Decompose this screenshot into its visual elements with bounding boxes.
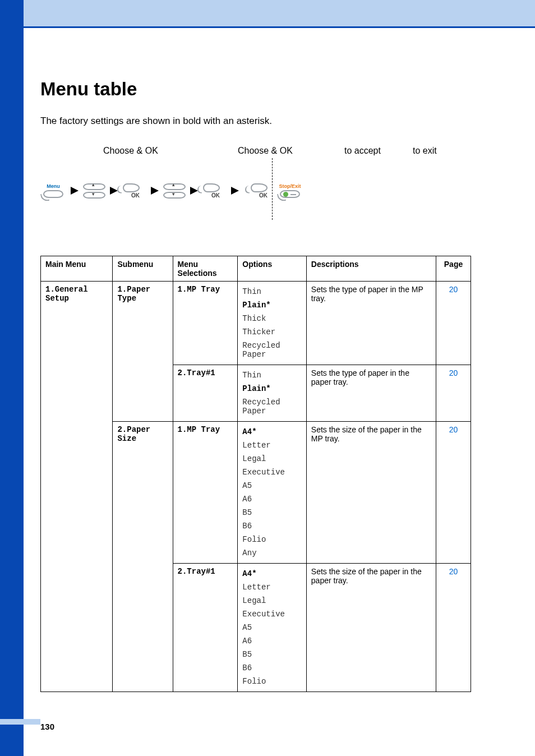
option-value: Recycled Paper <box>242 395 301 418</box>
option-value: A6 <box>242 634 301 648</box>
option-value: Recycled Paper <box>242 339 301 361</box>
updown-nav-icon <box>163 183 186 199</box>
option-value: A4* <box>242 567 301 580</box>
option-value: Thin <box>242 285 301 298</box>
option-value: Folio <box>242 533 301 546</box>
selection-cell: 2.Tray#1 <box>173 564 238 692</box>
option-value: Letter <box>242 439 301 452</box>
col-main-menu: Main Menu <box>41 256 113 282</box>
option-value: Thick <box>242 312 301 325</box>
col-selections: Menu Selections <box>173 256 238 282</box>
divider-dashed <box>272 158 273 220</box>
page-title: Menu table <box>40 79 471 100</box>
side-stripe <box>0 0 24 756</box>
ok-button-icon: OK <box>202 183 220 199</box>
options-cell: ThinPlain*ThickThickerRecycled Paper <box>238 282 306 365</box>
option-value: Plain* <box>242 298 301 312</box>
col-submenu: Submenu <box>113 256 173 282</box>
option-value: B5 <box>242 506 301 519</box>
navigation-flow-diagram: Choose & OK Choose & OK to accept to exi… <box>40 146 471 220</box>
table-row: 1.General Setup1.Paper Type1.MP TrayThin… <box>41 282 471 365</box>
table-header-row: Main Menu Submenu Menu Selections Option… <box>41 256 471 282</box>
stop-exit-button-icon: Stop/Exit <box>277 183 303 198</box>
option-value: Thicker <box>242 325 301 339</box>
updown-nav-icon <box>83 183 105 199</box>
ok-button-icon: OK <box>250 183 268 199</box>
page-ref-cell[interactable]: 20 <box>436 564 471 692</box>
option-value: B6 <box>242 661 301 675</box>
options-cell: A4*LetterLegalExecutiveA5A6B5B6Folio <box>238 564 306 692</box>
page-number: 130 <box>40 722 54 731</box>
description-cell: Sets the type of paper in the MP tray. <box>306 282 436 365</box>
option-value: Thin <box>242 368 301 382</box>
selection-cell: 1.MP Tray <box>173 422 238 564</box>
menu-button-icon: Menu <box>40 183 66 198</box>
flow-label-accept: to accept <box>344 146 413 156</box>
page-content: Menu table The factory settings are show… <box>40 79 471 692</box>
selection-cell: 2.Tray#1 <box>173 365 238 422</box>
option-value: Executive <box>242 465 301 479</box>
page-ref-cell[interactable]: 20 <box>436 282 471 365</box>
option-value: A5 <box>242 479 301 492</box>
col-options: Options <box>238 256 306 282</box>
arrow-icon <box>151 187 159 195</box>
arrow-icon <box>190 187 198 195</box>
page-ref-cell[interactable]: 20 <box>436 422 471 564</box>
option-value: Folio <box>242 675 301 688</box>
option-value: Legal <box>242 594 301 607</box>
col-descriptions: Descriptions <box>306 256 436 282</box>
description-cell: Sets the size of the paper in the paper … <box>306 564 436 692</box>
option-value: A6 <box>242 492 301 506</box>
option-value: Letter <box>242 580 301 594</box>
col-page: Page <box>436 256 471 282</box>
flow-label-choose-ok-1: Choose & OK <box>103 146 238 156</box>
intro-text: The factory settings are shown in bold w… <box>40 116 471 127</box>
description-cell: Sets the size of the paper in the MP tra… <box>306 422 436 564</box>
footer-accent <box>0 719 40 725</box>
flow-label-exit: to exit <box>413 146 437 156</box>
option-value: A5 <box>242 621 301 634</box>
option-value: B6 <box>242 519 301 533</box>
options-cell: ThinPlain*Recycled Paper <box>238 365 306 422</box>
arrow-icon <box>231 187 239 195</box>
arrow-icon <box>71 187 79 195</box>
description-cell: Sets the type of paper in the paper tray… <box>306 365 436 422</box>
option-value: B5 <box>242 648 301 661</box>
header-stripe <box>0 0 535 28</box>
submenu-cell: 2.Paper Size <box>113 422 173 692</box>
option-value: Any <box>242 546 301 560</box>
ok-button-icon: OK <box>122 183 140 199</box>
option-value: Plain* <box>242 382 301 395</box>
option-value: Legal <box>242 452 301 465</box>
selection-cell: 1.MP Tray <box>173 282 238 365</box>
option-value: Executive <box>242 607 301 621</box>
main-menu-cell: 1.General Setup <box>41 282 113 692</box>
menu-table: Main Menu Submenu Menu Selections Option… <box>40 256 471 692</box>
options-cell: A4*LetterLegalExecutiveA5A6B5B6FolioAny <box>238 422 306 564</box>
arrow-icon <box>110 187 118 195</box>
submenu-cell: 1.Paper Type <box>113 282 173 422</box>
option-value: A4* <box>242 425 301 439</box>
flow-label-choose-ok-2: Choose & OK <box>238 146 344 156</box>
page-ref-cell[interactable]: 20 <box>436 365 471 422</box>
